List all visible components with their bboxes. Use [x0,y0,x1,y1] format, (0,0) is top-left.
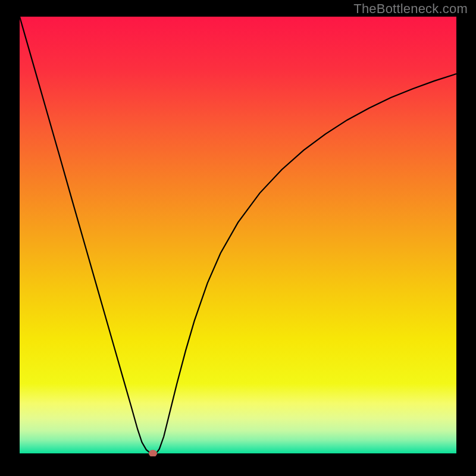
plot-area [20,17,456,456]
watermark-text: TheBottleneck.com [353,1,468,17]
chart-frame: TheBottleneck.com [0,0,476,476]
curve-line [20,17,456,456]
minimum-marker [149,450,157,456]
